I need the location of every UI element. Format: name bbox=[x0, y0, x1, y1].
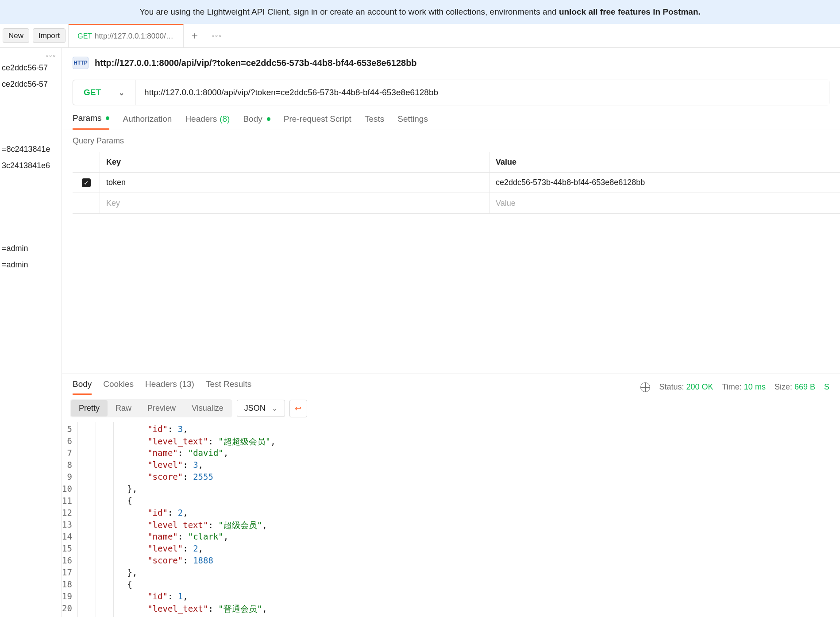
http-badge-icon: HTTP bbox=[73, 57, 89, 69]
line-number: 11 bbox=[62, 496, 72, 508]
code-line[interactable]: "name": "david", bbox=[87, 448, 276, 460]
top-row: New Import GET http://127.0.0.1:8000/api… bbox=[0, 24, 840, 48]
code-line[interactable]: "level": 2, bbox=[87, 544, 276, 555]
tab-body[interactable]: Body bbox=[243, 113, 270, 130]
code-line[interactable]: "id": 1, bbox=[87, 591, 276, 603]
tab-settings[interactable]: Settings bbox=[397, 113, 428, 130]
format-select[interactable]: JSON ⌄ bbox=[237, 400, 285, 417]
tab-authorization[interactable]: Authorization bbox=[123, 113, 172, 130]
param-value-input[interactable] bbox=[496, 178, 834, 187]
code-line[interactable]: "name": "clark", bbox=[87, 532, 276, 544]
new-button[interactable]: New bbox=[3, 28, 29, 43]
import-button[interactable]: Import bbox=[33, 28, 66, 43]
line-number: 20 bbox=[62, 603, 72, 615]
code-line[interactable]: "score": 1888 bbox=[87, 555, 276, 567]
param-key-input-empty[interactable] bbox=[106, 199, 483, 208]
line-number: 17 bbox=[62, 567, 72, 579]
query-params-table: Key Value ✓ bbox=[73, 152, 840, 214]
param-value-input-empty[interactable] bbox=[496, 199, 834, 208]
sidebar-item[interactable]: 3c2413841e6 bbox=[2, 158, 60, 174]
request-tabs: Params Authorization Headers (8) Body Pr… bbox=[62, 105, 840, 130]
url-bar: GET ⌄ bbox=[73, 80, 829, 105]
view-raw[interactable]: Raw bbox=[108, 400, 139, 416]
line-number: 5 bbox=[62, 424, 72, 436]
column-value: Value bbox=[489, 152, 840, 172]
code-line[interactable]: "level_text": "超级会员", bbox=[87, 520, 276, 532]
line-number: 13 bbox=[62, 520, 72, 532]
line-number: 10 bbox=[62, 484, 72, 496]
resp-tab-headers[interactable]: Headers (13) bbox=[145, 379, 194, 395]
new-tab-button[interactable]: + bbox=[184, 24, 206, 47]
request-title[interactable]: http://127.0.0.1:8000/api/vip/?token=ce2… bbox=[95, 58, 417, 68]
sidebar-item[interactable]: =admin bbox=[2, 240, 60, 257]
line-number: 19 bbox=[62, 591, 72, 603]
code-line[interactable]: }, bbox=[87, 484, 276, 496]
wrap-lines-icon[interactable]: ↩ bbox=[289, 400, 307, 417]
method-select[interactable]: GET ⌄ bbox=[73, 80, 135, 105]
column-key: Key bbox=[100, 152, 489, 172]
row-checkbox[interactable]: ✓ bbox=[82, 178, 91, 187]
method-badge: GET bbox=[77, 32, 92, 40]
response-body[interactable]: 567891011121314151617181920 "id": 3, "le… bbox=[62, 422, 840, 617]
tab-params[interactable]: Params bbox=[73, 113, 109, 130]
code-line[interactable]: "level_text": "超超级会员", bbox=[87, 436, 276, 448]
line-number: 8 bbox=[62, 460, 72, 472]
resp-tab-body[interactable]: Body bbox=[73, 379, 92, 395]
line-number: 6 bbox=[62, 436, 72, 448]
line-number: 7 bbox=[62, 448, 72, 460]
globe-icon[interactable] bbox=[640, 382, 650, 392]
sidebar-more-icon[interactable]: ○○○ bbox=[2, 51, 60, 60]
sidebar: ○○○ ce2ddc56-57ce2ddc56-57=8c2413841e3c2… bbox=[0, 48, 62, 617]
sidebar-item[interactable]: ce2ddc56-57 bbox=[2, 60, 60, 76]
lightweight-banner: You are using the Lightweight API Client… bbox=[0, 0, 840, 24]
param-key-input[interactable] bbox=[106, 178, 483, 187]
view-visualize[interactable]: Visualize bbox=[184, 400, 231, 416]
resp-tab-test-results[interactable]: Test Results bbox=[206, 379, 251, 395]
code-line[interactable]: "id": 2, bbox=[87, 508, 276, 520]
query-params-label: Query Params bbox=[62, 130, 840, 152]
view-preview[interactable]: Preview bbox=[139, 400, 184, 416]
request-tab[interactable]: GET http://127.0.0.1:8000/api/ bbox=[69, 24, 184, 47]
sidebar-item[interactable]: ce2ddc56-57 bbox=[2, 76, 60, 93]
code-line[interactable]: "level_text": "普通会员", bbox=[87, 603, 276, 615]
view-pretty[interactable]: Pretty bbox=[71, 400, 108, 416]
code-line[interactable]: "score": 2555 bbox=[87, 472, 276, 484]
line-number: 9 bbox=[62, 472, 72, 484]
tab-tests[interactable]: Tests bbox=[365, 113, 384, 130]
url-input[interactable] bbox=[135, 80, 829, 105]
table-row-empty bbox=[73, 193, 840, 213]
code-line[interactable]: }, bbox=[87, 567, 276, 579]
code-line[interactable]: { bbox=[87, 579, 276, 591]
tab-url: http://127.0.0.1:8000/api/ bbox=[95, 32, 174, 41]
resp-tab-cookies[interactable]: Cookies bbox=[103, 379, 134, 395]
chevron-down-icon: ⌄ bbox=[119, 89, 124, 97]
line-number: 14 bbox=[62, 532, 72, 544]
code-line[interactable]: { bbox=[87, 496, 276, 508]
view-toolbar: Pretty Raw Preview Visualize JSON ⌄ ↩ bbox=[62, 395, 840, 422]
line-number: 16 bbox=[62, 555, 72, 567]
tab-more-button[interactable]: ○○○ bbox=[206, 24, 228, 47]
line-number: 12 bbox=[62, 508, 72, 520]
code-line[interactable]: "id": 3, bbox=[87, 424, 276, 436]
sidebar-item[interactable]: =admin bbox=[2, 257, 60, 273]
chevron-down-icon: ⌄ bbox=[272, 404, 277, 413]
line-number: 18 bbox=[62, 579, 72, 591]
line-number: 15 bbox=[62, 544, 72, 555]
response-tabs: Body Cookies Headers (13) Test Results S… bbox=[62, 374, 840, 395]
code-line[interactable]: "level": 3, bbox=[87, 460, 276, 472]
tab-headers[interactable]: Headers (8) bbox=[185, 113, 230, 130]
sidebar-item[interactable]: =8c2413841e bbox=[2, 141, 60, 158]
table-row: ✓ bbox=[73, 173, 840, 193]
tab-prerequest[interactable]: Pre-request Script bbox=[284, 113, 351, 130]
